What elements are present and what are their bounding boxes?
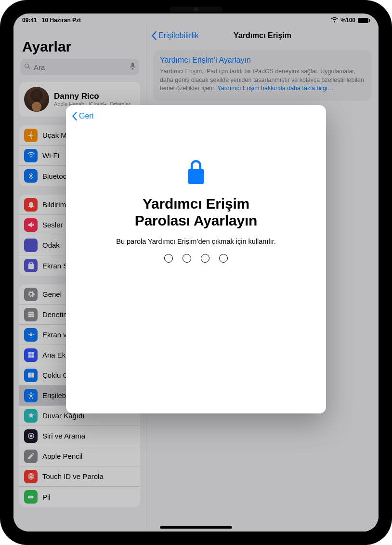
front-camera — [194, 7, 198, 12]
modal-title-line1: Yardımcı Erişim — [135, 196, 257, 213]
modal-subtitle: Bu parola Yardımcı Erişim’den çıkmak içi… — [116, 238, 275, 245]
chevron-left-icon — [72, 112, 78, 120]
passcode-dots — [164, 254, 228, 263]
modal-title-line2: Parolası Ayarlayın — [135, 213, 257, 229]
modal-back-button[interactable]: Geri — [72, 112, 93, 120]
screen: 09:41 10 Haziran Pzt %100 Ayarlar — [13, 13, 379, 532]
passcode-dot — [201, 254, 209, 263]
passcode-dot — [183, 254, 191, 263]
passcode-dot — [164, 254, 173, 263]
passcode-modal: Geri Yardımcı Erişim Parolası Ayarlayın … — [66, 105, 326, 413]
modal-title: Yardımcı Erişim Parolası Ayarlayın — [135, 196, 257, 229]
modal-back-label: Geri — [79, 112, 93, 120]
modal-body: Yardımcı Erişim Parolası Ayarlayın Bu pa… — [66, 127, 326, 413]
modal-nav: Geri — [66, 105, 326, 127]
home-indicator — [160, 526, 232, 529]
lock-icon — [186, 160, 206, 186]
passcode-dot — [219, 254, 228, 263]
ipad-frame: 09:41 10 Haziran Pzt %100 Ayarlar — [0, 0, 392, 545]
camera-notch — [170, 7, 222, 12]
